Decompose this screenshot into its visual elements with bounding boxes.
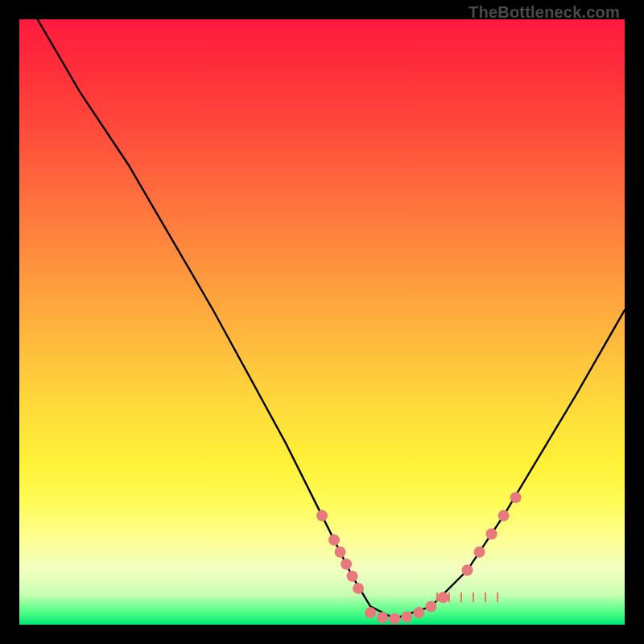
marker-dot [498, 510, 510, 522]
marker-dot [347, 571, 358, 582]
marker-dot [510, 492, 522, 503]
plot-area [19, 19, 625, 625]
bottleneck-curve [38, 19, 625, 619]
marker-cluster-left [316, 510, 364, 594]
watermark-text: TheBottleneck.com [469, 3, 620, 22]
marker-dot [341, 559, 352, 570]
marker-dot [425, 601, 436, 612]
marker-dot [316, 510, 328, 522]
chart-frame: TheBottleneck.com [0, 0, 644, 644]
marker-dot [437, 592, 448, 603]
curve-svg [19, 19, 625, 625]
marker-dot [353, 583, 364, 594]
marker-dot [389, 613, 400, 625]
marker-dot [462, 564, 473, 576]
marker-dot [401, 611, 412, 622]
marker-dot [474, 547, 485, 558]
marker-dot [335, 547, 346, 558]
marker-cluster-bottom [365, 592, 448, 624]
marker-dot [365, 607, 376, 618]
marker-dot [328, 535, 340, 546]
marker-cluster-right [462, 492, 522, 576]
marker-dot [377, 612, 388, 623]
marker-dot [486, 528, 497, 539]
marker-dot [413, 607, 424, 618]
